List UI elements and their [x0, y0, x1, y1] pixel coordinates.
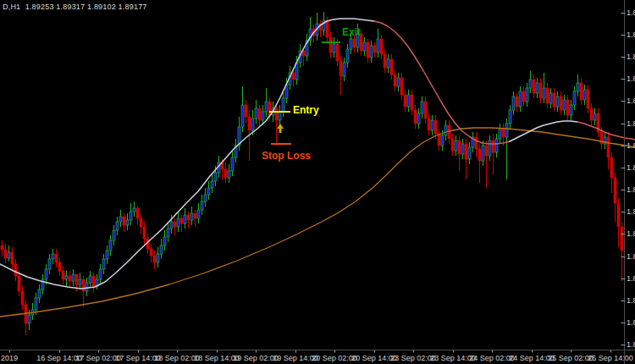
entry-label[interactable]: Entry [293, 104, 319, 116]
stop-loss-label[interactable]: Stop Loss [262, 150, 311, 162]
exit-label[interactable]: Exit [342, 26, 361, 38]
price-chart-canvas[interactable] [0, 0, 635, 364]
slow-ma [0, 128, 635, 317]
exit-line[interactable] [322, 41, 340, 43]
fast-ma-up-1 [0, 19, 374, 289]
entry-line[interactable] [269, 111, 290, 113]
chart-ohlc-title: D,H1 1.89253 1.89317 1.89102 1.89177 [3, 3, 147, 11]
fast-ma-up-2 [510, 121, 577, 141]
mt4-chart-window: D,H1 1.89253 1.89317 1.89102 1.89177 1.8… [0, 0, 635, 364]
buy-arrow-icon[interactable] [276, 122, 284, 132]
stop-loss-line[interactable] [271, 143, 291, 145]
